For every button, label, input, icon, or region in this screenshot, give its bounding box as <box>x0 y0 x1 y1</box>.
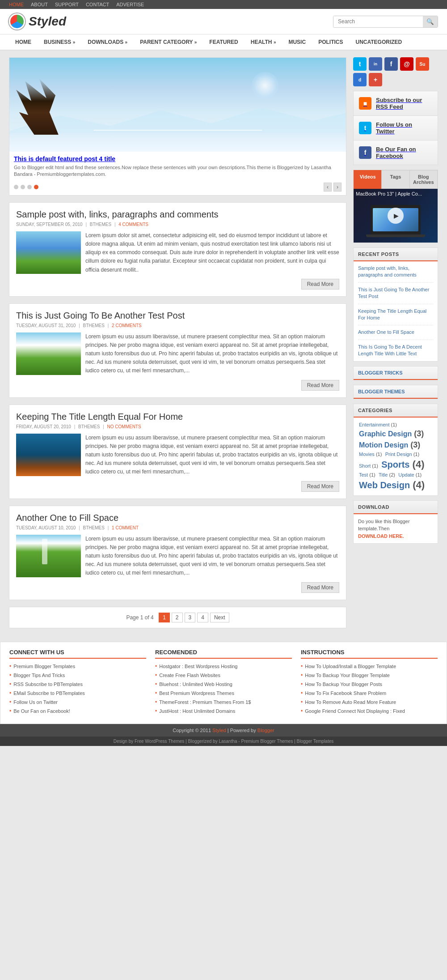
page-1[interactable]: 1 <box>159 613 170 622</box>
nav-parent-category[interactable]: PARENT CATEGORY » <box>134 34 203 50</box>
main-nav: HOME BUSINESS » DOWNLOADS » PARENT CATEG… <box>0 34 447 51</box>
sidebar-delicious-icon[interactable]: d <box>353 73 367 86</box>
featured-title[interactable]: This is default featured post 4 title <box>14 155 115 162</box>
read-more-btn-3[interactable]: Read More <box>301 481 339 492</box>
slider-prev[interactable]: ‹ <box>324 183 332 192</box>
blog-post-3: Keeping The Title Length Equal For Home … <box>9 405 346 499</box>
nav-featured[interactable]: FEATURED <box>203 34 244 50</box>
nav-downloads[interactable]: DOWNLOADS » <box>81 34 134 50</box>
sidebar-stumble-icon[interactable]: Su <box>416 57 429 71</box>
topbar-support[interactable]: SUPPORT <box>55 2 79 7</box>
post-title-2[interactable]: This is Just Going To Be Another Test Po… <box>16 311 339 321</box>
featured-slider: This is default featured post 4 title Go… <box>9 57 346 196</box>
recent-post-link-1[interactable]: Sample post with, links, paragraphs and … <box>358 265 417 277</box>
post-meta-3: FRIDAY, AUGUST 20, 2010 | BTHEMES | NO C… <box>16 424 339 429</box>
nav-business[interactable]: BUSINESS » <box>38 34 81 50</box>
sidebar-linkedin-icon[interactable]: in <box>369 57 382 71</box>
video-thumb: MacBook Pro 13" | Apple Co... <box>354 189 438 243</box>
footer-col-instructions: INSTRUCTIONS How To Upload/Install a Blo… <box>301 649 438 717</box>
post-comments-1[interactable]: 4 COMMENTS <box>118 222 148 227</box>
sidebar-twitter-btn[interactable]: t Follow Us on Twitter <box>354 116 438 141</box>
nav-home[interactable]: HOME <box>9 34 38 50</box>
video-play-btn[interactable] <box>388 208 404 224</box>
cat-test: Test (1) <box>359 472 375 477</box>
sidebar-categories: CATEGORIES Entertainment (1) Graphic Des… <box>353 404 438 496</box>
blogger-themes-link[interactable]: BLOGGER THEMES <box>354 385 438 399</box>
post-meta-2: TUESDAY, AUGUST 31, 2010 | BTHEMES | 2 C… <box>16 323 339 328</box>
sidebar-google-icon[interactable]: + <box>369 73 382 86</box>
post-title-4[interactable]: Another One to Fill Space <box>16 513 339 523</box>
page-3[interactable]: 3 <box>185 613 196 622</box>
footer-rec-item-6: JustHost : Host Unlimited Domains <box>155 708 292 714</box>
page-next[interactable]: Next <box>210 613 229 622</box>
slider-dot-3[interactable] <box>27 185 32 189</box>
cat-motion-design: Motion Design (3) <box>359 440 420 450</box>
sidebar-tabs-widget: Videos Tags Blog Archives MacBook Pro 13… <box>353 170 438 243</box>
sidebar-tab-videos[interactable]: Videos <box>354 170 381 189</box>
post-body-3: Lorem ipsum eu usu assum liberavisse, ut… <box>16 434 339 477</box>
logo-icon <box>9 13 25 30</box>
page-2[interactable]: 2 <box>172 613 183 622</box>
recent-post-link-3[interactable]: Keeping The Title Length Equal For Home <box>358 308 426 320</box>
page-4[interactable]: 4 <box>197 613 208 622</box>
slider-dot-1[interactable] <box>14 185 18 189</box>
post-comments-3[interactable]: NO COMMENTS <box>107 424 141 429</box>
footer-inst-item-3: How To Backup Your Blogger Posts <box>301 681 438 687</box>
slider-next[interactable]: › <box>333 183 342 192</box>
read-more-wrap-3: Read More <box>16 481 339 492</box>
sidebar-tab-archives[interactable]: Blog Archives <box>409 170 438 189</box>
recent-post-5: This Is Going To Be A Decent Length Titl… <box>358 344 433 358</box>
read-more-btn-4[interactable]: Read More <box>301 582 339 593</box>
sidebar-facebook-icon[interactable]: f <box>384 57 398 71</box>
sidebar-email-icon[interactable]: @ <box>400 57 413 71</box>
sidebar-tab-tags[interactable]: Tags <box>381 170 409 189</box>
main-wrap: This is default featured post 4 title Go… <box>0 51 447 642</box>
footer-connect-item-3: RSS Subscribe to PBTemplates <box>9 681 146 687</box>
footer-rec-item-5: ThemeForest : Premium Themes From 1$ <box>155 699 292 705</box>
recent-post-link-5[interactable]: This Is Going To Be A Decent Length Titl… <box>358 344 422 356</box>
recent-post-3: Keeping The Title Length Equal For Home <box>358 308 433 326</box>
slider-dots <box>14 185 38 189</box>
recent-post-1: Sample post with, links, paragraphs and … <box>358 265 433 283</box>
slider-dot-4[interactable] <box>34 185 38 189</box>
read-more-btn-1[interactable]: Read More <box>301 279 339 290</box>
recent-post-link-2[interactable]: This is Just Going To Be Another Test Po… <box>358 287 429 299</box>
search-button[interactable]: 🔍 <box>423 16 438 27</box>
post-comments-2[interactable]: 2 COMMENTS <box>112 323 142 328</box>
sidebar: t in f @ Su d + ■ Subscribe to our RSS F… <box>353 57 438 635</box>
nav-politics[interactable]: POLITICS <box>312 34 349 50</box>
footer-col-instructions-title: INSTRUCTIONS <box>301 649 438 659</box>
post-title-3[interactable]: Keeping The Title Length Equal For Home <box>16 412 339 422</box>
nav-uncategorized[interactable]: UNCATEGORIZED <box>349 34 408 50</box>
post-thumb-4 <box>16 535 81 577</box>
post-comments-4[interactable]: 1 COMMENT <box>112 525 139 530</box>
footer-styled-link[interactable]: Styled <box>212 728 226 733</box>
footer-blogger-link[interactable]: Blogger <box>257 728 274 733</box>
post-title-1[interactable]: Sample post with, links, paragraphs and … <box>16 209 339 220</box>
search-input[interactable] <box>333 16 423 27</box>
categories-title: CATEGORIES <box>354 404 438 418</box>
footer-copyright: Copyright © 2011 Styled | Powered by Blo… <box>0 724 447 737</box>
footer-rec-item-4: Best Premium Wordpress Themes <box>155 690 292 696</box>
topbar-about[interactable]: ABOUT <box>31 2 48 7</box>
top-bar: HOME ABOUT SUPPORT CONTACT ADVERTISE <box>0 0 447 9</box>
topbar-advertise[interactable]: ADVERTISE <box>116 2 144 7</box>
topbar-contact[interactable]: CONTACT <box>86 2 109 7</box>
cat-print-design: Print Design (1) <box>385 452 419 457</box>
recent-post-link-4[interactable]: Another One to Fill Space <box>358 329 414 335</box>
sidebar-twitter-icon[interactable]: t <box>353 57 367 71</box>
read-more-btn-2[interactable]: Read More <box>301 380 339 391</box>
post-body-2: Lorem ipsum eu usu assum liberavisse, ut… <box>16 332 339 375</box>
read-more-wrap-4: Read More <box>16 582 339 593</box>
download-link[interactable]: DOWNLOAD HERE. <box>358 533 404 539</box>
sidebar-rss-btn[interactable]: ■ Subscribe to our RSS Feed <box>354 91 438 116</box>
featured-description: Go to Blogger edit html and find these s… <box>14 164 342 178</box>
sidebar-fb-btn[interactable]: f Be Our Fan on Facebook <box>354 141 438 165</box>
slider-dot-2[interactable] <box>21 185 25 189</box>
nav-music[interactable]: MUSIC <box>282 34 312 50</box>
footer-connect-item-4: EMail Subscribe to PBTemplates <box>9 690 146 696</box>
blogger-tricks-link[interactable]: BLOGGER TRICKS <box>354 366 438 380</box>
post-meta-4: TUESDAY, AUGUST 10, 2010 | BTHEMES | 1 C… <box>16 525 339 530</box>
topbar-home[interactable]: HOME <box>9 2 24 7</box>
nav-health[interactable]: HEALTH » <box>245 34 283 50</box>
